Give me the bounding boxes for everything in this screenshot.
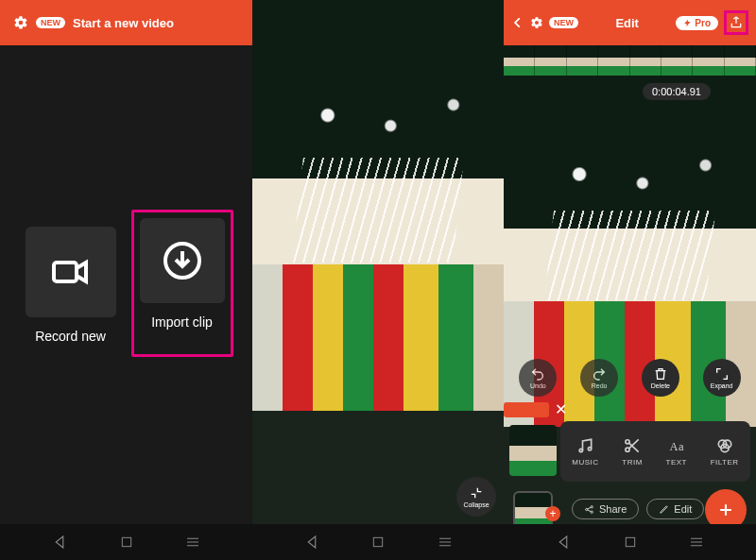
- home-header-title: Start a new video: [73, 16, 174, 30]
- home-nav-icon[interactable]: [119, 535, 134, 550]
- svg-point-5: [589, 448, 592, 450]
- editor-panel: NEW Edit Pro 0:00:04.91: [504, 0, 756, 560]
- editor-content: 0:00:04.91 Undo Redo Delete Expand: [504, 45, 756, 524]
- svg-point-7: [626, 448, 629, 451]
- home-header: NEW Start a new video: [0, 0, 252, 45]
- project-thumb[interactable]: [513, 491, 553, 524]
- tool-row: MUSIC TRIM Aa TEXT FILTER: [560, 421, 750, 482]
- record-new-tile[interactable]: Record new: [20, 227, 122, 344]
- filter-tool[interactable]: FILTER: [711, 436, 739, 467]
- share-icon: [584, 504, 594, 515]
- editor-header: NEW Edit Pro: [504, 0, 756, 45]
- filter-label: FILTER: [711, 458, 739, 467]
- trim-label: TRIM: [622, 458, 643, 467]
- home-nav-icon[interactable]: [370, 535, 386, 550]
- import-clip-tile[interactable]: Import clip: [140, 218, 225, 330]
- gear-icon[interactable]: [13, 15, 28, 30]
- svg-point-4: [580, 449, 583, 451]
- undo-button[interactable]: Undo: [519, 359, 557, 397]
- editor-preview: 0:00:04.91 Undo Redo Delete Expand: [504, 76, 756, 524]
- svg-text:Aa: Aa: [669, 440, 683, 453]
- android-navbar: [504, 524, 756, 560]
- svg-point-6: [626, 440, 629, 444]
- back-nav-icon[interactable]: [555, 534, 572, 551]
- trim-tool[interactable]: TRIM: [622, 436, 643, 467]
- music-icon: [576, 436, 594, 455]
- home-main: Record new Import clip: [0, 45, 252, 524]
- filmstrip-frame[interactable]: [693, 45, 724, 76]
- text-icon: Aa: [667, 436, 686, 455]
- edit-button[interactable]: Edit: [646, 499, 704, 519]
- preview-content: Collapse: [252, 0, 504, 524]
- project-actions: Share Edit: [572, 499, 704, 519]
- back-nav-icon[interactable]: [51, 534, 68, 551]
- back-icon[interactable]: [511, 16, 524, 29]
- trash-icon: [653, 366, 668, 382]
- svg-rect-3: [373, 537, 382, 546]
- scissors-icon: [623, 436, 642, 455]
- home-panel: NEW Start a new video Record new Import …: [0, 0, 252, 560]
- filmstrip[interactable]: [504, 45, 756, 76]
- bolt-icon: [683, 19, 692, 27]
- import-clip-highlight: Import clip: [131, 210, 233, 357]
- redo-icon: [592, 366, 607, 382]
- preview-panel: Collapse: [252, 0, 504, 560]
- pencil-icon: [659, 504, 669, 515]
- android-navbar: [252, 524, 504, 560]
- back-nav-icon[interactable]: [303, 534, 320, 551]
- filmstrip-frame[interactable]: [504, 45, 535, 76]
- share-button[interactable]: Share: [572, 499, 639, 519]
- svg-rect-2: [122, 537, 130, 546]
- filmstrip-frame[interactable]: [725, 45, 756, 76]
- editor-title: Edit: [615, 16, 639, 30]
- edit-label: Edit: [674, 503, 692, 515]
- gear-icon[interactable]: [530, 16, 543, 29]
- video-preview-image: [252, 0, 504, 524]
- svg-rect-0: [54, 263, 77, 281]
- music-tool[interactable]: MUSIC: [572, 436, 598, 467]
- record-new-label: Record new: [35, 329, 106, 344]
- new-badge: NEW: [36, 17, 65, 28]
- filmstrip-frame[interactable]: [535, 45, 566, 76]
- undo-icon: [530, 366, 545, 382]
- android-navbar: [0, 524, 252, 560]
- pro-badge[interactable]: Pro: [676, 16, 718, 30]
- filter-icon: [715, 436, 734, 455]
- timestamp: 0:00:04.91: [643, 83, 711, 100]
- add-fab[interactable]: [705, 489, 747, 524]
- download-icon: [160, 238, 205, 283]
- import-clip-label: Import clip: [151, 314, 213, 330]
- delete-label: Delete: [651, 382, 670, 389]
- undo-label: Undo: [530, 382, 546, 389]
- filmstrip-frame[interactable]: [567, 45, 598, 76]
- expand-label: Expand: [711, 382, 733, 389]
- text-tool[interactable]: Aa TEXT: [666, 436, 687, 467]
- collapse-button[interactable]: Collapse: [456, 477, 496, 517]
- recents-nav-icon[interactable]: [437, 534, 454, 551]
- close-icon[interactable]: ✕: [555, 400, 567, 418]
- filmstrip-frame[interactable]: [662, 45, 693, 76]
- share-label: Share: [599, 503, 627, 515]
- delete-button[interactable]: Delete: [642, 359, 679, 397]
- mini-clip-thumb[interactable]: [509, 425, 557, 476]
- redo-label: Redo: [592, 382, 608, 389]
- collapse-icon: [469, 485, 484, 501]
- export-icon[interactable]: [729, 15, 744, 30]
- pro-label: Pro: [695, 18, 711, 28]
- recents-nav-icon[interactable]: [184, 534, 201, 551]
- expand-icon: [714, 366, 730, 382]
- new-badge: NEW: [549, 17, 578, 28]
- redo-button[interactable]: Redo: [580, 359, 618, 397]
- expand-button[interactable]: Expand: [703, 359, 741, 397]
- timeline-clip[interactable]: [504, 402, 549, 417]
- text-label: TEXT: [666, 458, 687, 467]
- filmstrip-frame[interactable]: [598, 45, 629, 76]
- filmstrip-frame[interactable]: [630, 45, 662, 76]
- recents-nav-icon[interactable]: [688, 534, 705, 551]
- plus-icon: [716, 501, 735, 519]
- clip-actions-row: Undo Redo Delete Expand: [504, 359, 756, 397]
- home-nav-icon[interactable]: [623, 535, 638, 550]
- svg-rect-15: [626, 537, 634, 546]
- collapse-label: Collapse: [463, 501, 489, 508]
- export-highlight: [724, 10, 748, 35]
